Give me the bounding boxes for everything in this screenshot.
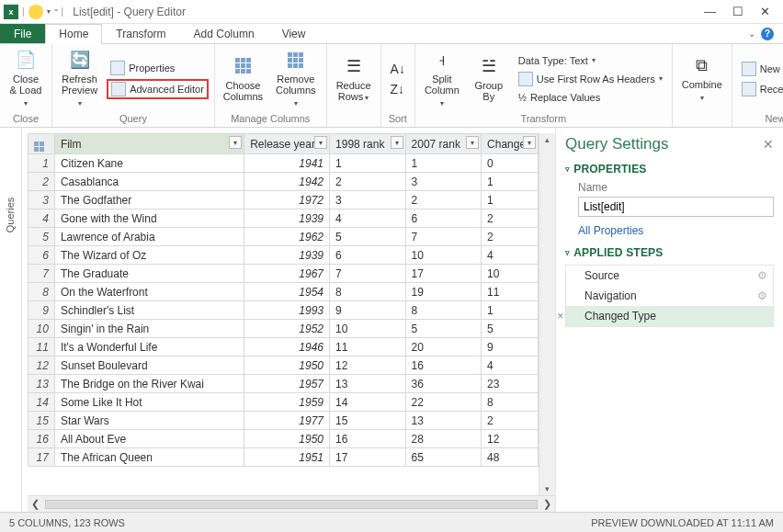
gear-icon[interactable]: ⚙	[757, 289, 767, 302]
applied-step[interactable]: Source⚙	[566, 266, 773, 286]
cell-film[interactable]: Casablanca	[54, 173, 244, 191]
reduce-rows-button[interactable]: ☰ Reduce Rows	[333, 53, 375, 105]
cell-change[interactable]: 0	[482, 154, 539, 173]
cell-film[interactable]: The Godfather	[54, 191, 244, 209]
cell-1998[interactable]: 6	[330, 246, 406, 265]
cell-film[interactable]: All About Eve	[54, 430, 244, 448]
cell-change[interactable]: 1	[482, 301, 539, 320]
cell-year[interactable]: 1954	[244, 283, 330, 301]
vertical-scrollbar[interactable]: ▴ ▾	[539, 133, 555, 495]
all-properties-link[interactable]: All Properties	[578, 224, 643, 237]
filter-icon[interactable]: ▾	[466, 136, 479, 149]
cell-year[interactable]: 1939	[244, 209, 330, 228]
horizontal-scrollbar[interactable]: ❮ ❯	[28, 495, 555, 512]
cell-1998[interactable]: 14	[330, 393, 406, 412]
cell-2007[interactable]: 8	[405, 301, 482, 320]
cell-change[interactable]: 4	[482, 357, 539, 375]
cell-2007[interactable]: 20	[405, 338, 482, 357]
table-row[interactable]: 7The Graduate196771710	[28, 265, 539, 283]
table-row[interactable]: 5Lawrence of Arabia1962572	[28, 228, 539, 246]
column-header[interactable]: Release year▾	[244, 134, 330, 154]
cell-change[interactable]: 9	[482, 338, 539, 357]
cell-film[interactable]: Citizen Kane	[54, 154, 244, 173]
applied-step[interactable]: Navigation⚙	[566, 286, 773, 306]
cell-change[interactable]: 1	[482, 191, 539, 209]
query-name-input[interactable]	[578, 197, 774, 217]
applied-step[interactable]: Changed Type	[566, 306, 773, 326]
cell-change[interactable]: 5	[482, 320, 539, 338]
cell-year[interactable]: 1959	[244, 393, 330, 412]
cell-film[interactable]: Sunset Boulevard	[54, 357, 244, 375]
cell-1998[interactable]: 9	[330, 301, 406, 320]
cell-film[interactable]: The African Queen	[54, 448, 244, 467]
qat-customize-icon[interactable]: ⁼	[54, 7, 58, 16]
filter-icon[interactable]: ▾	[523, 136, 536, 149]
cell-2007[interactable]: 10	[405, 246, 482, 265]
cell-change[interactable]: 10	[482, 265, 539, 283]
cell-2007[interactable]: 17	[405, 265, 482, 283]
cell-year[interactable]: 1939	[244, 246, 330, 265]
cell-year[interactable]: 1941	[244, 154, 330, 173]
cell-film[interactable]: It's a Wonderful Life	[54, 338, 244, 357]
cell-film[interactable]: On the Waterfront	[54, 283, 244, 301]
filter-icon[interactable]: ▾	[391, 136, 403, 149]
table-row[interactable]: 9Schindler's List1993981	[28, 301, 539, 320]
cell-2007[interactable]: 2	[405, 191, 482, 209]
maximize-button[interactable]: ☐	[732, 5, 743, 18]
properties-button[interactable]: Properties	[107, 59, 209, 77]
cell-change[interactable]: 2	[482, 412, 539, 430]
cell-2007[interactable]: 28	[405, 430, 482, 448]
scroll-right-icon[interactable]: ❯	[543, 498, 551, 510]
cell-film[interactable]: Star Wars	[54, 412, 244, 430]
collapse-icon[interactable]: ▿	[565, 164, 570, 174]
cell-film[interactable]: The Graduate	[54, 265, 244, 283]
cell-film[interactable]: The Wizard of Oz	[54, 246, 244, 265]
split-column-button[interactable]: ⫞Split Column	[421, 47, 463, 110]
table-row[interactable]: 1Citizen Kane1941110	[28, 154, 539, 173]
cell-2007[interactable]: 5	[405, 320, 482, 338]
cell-change[interactable]: 4	[482, 246, 539, 265]
cell-2007[interactable]: 1	[405, 154, 482, 173]
collapse-ribbon-icon[interactable]: ⌄	[748, 28, 755, 39]
table-row[interactable]: 14Some Like It Hot195914228	[28, 393, 539, 412]
table-row[interactable]: 11It's a Wonderful Life194611209	[28, 338, 539, 357]
column-header[interactable]: 1998 rank▾	[330, 134, 406, 154]
tab-view[interactable]: View	[268, 24, 320, 43]
table-row[interactable]: 6The Wizard of Oz19396104	[28, 246, 539, 265]
table-row[interactable]: 8On the Waterfront195481911	[28, 283, 539, 301]
table-row[interactable]: 16All About Eve1950162812	[28, 430, 539, 448]
first-row-headers-button[interactable]: Use First Row As Headers	[515, 70, 666, 88]
cell-year[interactable]: 1977	[244, 412, 330, 430]
cell-1998[interactable]: 12	[330, 357, 406, 375]
advanced-editor-button[interactable]: Advanced Editor	[107, 79, 209, 99]
cell-1998[interactable]: 10	[330, 320, 406, 338]
table-row[interactable]: 12Sunset Boulevard195012164	[28, 357, 539, 375]
table-row[interactable]: 10Singin' in the Rain19521055	[28, 320, 539, 338]
scroll-down-icon[interactable]: ▾	[539, 484, 555, 493]
cell-year[interactable]: 1950	[244, 357, 330, 375]
cell-year[interactable]: 1972	[244, 191, 330, 209]
table-row[interactable]: 3The Godfather1972321	[28, 191, 539, 209]
filter-icon[interactable]: ▾	[314, 136, 327, 149]
cell-1998[interactable]: 13	[330, 375, 406, 393]
cell-1998[interactable]: 11	[330, 338, 406, 357]
minimize-button[interactable]: —	[704, 5, 716, 18]
cell-film[interactable]: Lawrence of Arabia	[54, 228, 244, 246]
cell-year[interactable]: 1946	[244, 338, 330, 357]
cell-2007[interactable]: 3	[405, 173, 482, 191]
cell-film[interactable]: The Bridge on the River Kwai	[54, 375, 244, 393]
cell-change[interactable]: 23	[482, 375, 539, 393]
qat-dropdown-icon[interactable]: ▾	[47, 7, 51, 16]
cell-2007[interactable]: 7	[405, 228, 482, 246]
file-tab[interactable]: File	[0, 24, 45, 43]
cell-2007[interactable]: 16	[405, 357, 482, 375]
cell-1998[interactable]: 5	[330, 228, 406, 246]
new-source-button[interactable]: New Source	[738, 60, 783, 78]
cell-year[interactable]: 1962	[244, 228, 330, 246]
data-grid[interactable]: Film▾Release year▾1998 rank▾2007 rank▾Ch…	[28, 133, 539, 467]
cell-change[interactable]: 48	[482, 448, 539, 467]
tab-home[interactable]: Home	[45, 24, 102, 44]
cell-change[interactable]: 1	[482, 173, 539, 191]
cell-year[interactable]: 1952	[244, 320, 330, 338]
choose-columns-button[interactable]: Choose Columns	[221, 53, 266, 104]
